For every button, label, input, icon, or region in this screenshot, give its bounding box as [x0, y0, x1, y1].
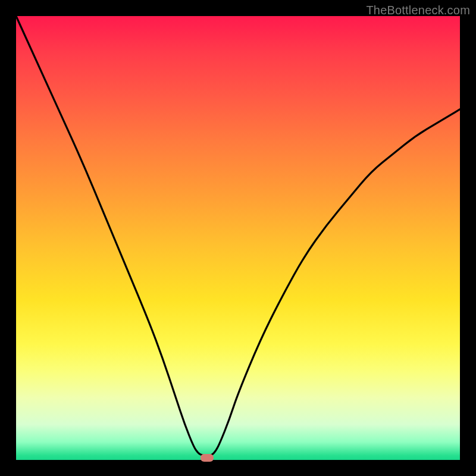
watermark-text: TheBottleneck.com	[366, 4, 470, 17]
bottleneck-curve	[16, 16, 460, 460]
minimum-marker	[201, 454, 214, 462]
plot-area	[16, 16, 460, 460]
chart-frame: TheBottleneck.com	[0, 0, 476, 476]
